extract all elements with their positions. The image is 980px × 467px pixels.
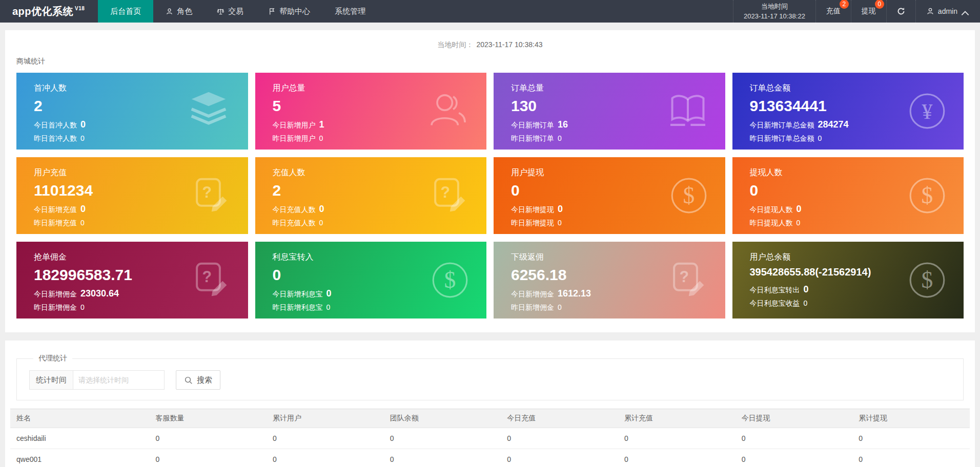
card-today-label: 今日新增订单总金额 [750, 121, 814, 130]
card-today-value: 0 [558, 204, 563, 215]
header-row: 姓名客服数量累计用户团队余额今日充值累计充值今日提现累计提现 [10, 409, 970, 428]
card-yesterday-value: 0 [558, 134, 562, 142]
nav-item-4[interactable]: 帮助中心 [256, 0, 322, 23]
card-today-value: 0 [319, 204, 324, 215]
stat-card-6: 充值人数2今日充值人数0昨日充值人数0? [255, 157, 487, 234]
refresh-icon [897, 7, 905, 15]
card-today-line: 今日新增订单16 [511, 119, 725, 130]
card-value: 5 [273, 97, 487, 115]
admin-menu[interactable]: admin [915, 0, 980, 23]
card-body: 利息宝转入0今日新增利息宝0昨日新增利息宝0 [255, 242, 487, 312]
card-today-line: 今日充值人数0 [273, 204, 487, 215]
card-yesterday-line: 昨日提现人数0 [750, 219, 964, 228]
column-header-1: 姓名 [10, 409, 149, 428]
card-yesterday-line: 昨日充值人数0 [273, 219, 487, 228]
nav-item-label: 后台首页 [110, 7, 141, 16]
refresh-button[interactable] [886, 0, 915, 23]
card-today-value: 0 [80, 119, 86, 130]
agent-value-cell: 0 [501, 449, 618, 467]
agent-fieldset: 代理统计 统计时间 搜索 [16, 354, 964, 400]
card-yesterday-label: 昨日新增佣金 [511, 303, 554, 312]
card-yesterday-label: 昨日新增充值 [34, 219, 77, 228]
card-today-label: 今日新增佣金 [34, 290, 77, 299]
card-value: 395428655.88(-21562914) [750, 266, 964, 278]
card-value: 0 [750, 182, 964, 200]
agent-value-cell: 0 [736, 449, 853, 467]
card-value: 6256.18 [511, 266, 725, 284]
card-today-label: 今日新增用户 [273, 121, 316, 130]
card-today-value: 284274 [818, 119, 849, 130]
card-body: 用户总余额395428655.88(-21562914)今日利息宝转出0今日利息… [732, 242, 964, 308]
card-today-line: 今日新增提现0 [511, 204, 725, 215]
card-value: 913634441 [750, 97, 964, 115]
card-today-label: 今日新增充值 [34, 205, 77, 215]
stat-card-7: 用户提现0今日新增提现0昨日新增提现0$ [494, 157, 725, 234]
app-logo: app优化系统 V18 [0, 0, 98, 23]
search-button-label: 搜索 [197, 375, 212, 385]
card-today-value: 16 [558, 119, 568, 130]
stat-time-input[interactable] [73, 370, 165, 390]
stat-card-9: 抢单佣金182996583.71今日新增佣金23030.64昨日新增佣金0? [16, 242, 248, 319]
table-row-1: ceshidaili0000000 [10, 428, 970, 449]
agent-value-cell: 0 [501, 428, 618, 449]
column-header-3: 累计用户 [267, 409, 384, 428]
page-time-label: 当地时间： [438, 40, 474, 49]
card-today-line: 今日新增充值0 [34, 204, 248, 215]
agent-value-cell: 0 [149, 449, 267, 467]
card-today-label: 今日提现人数 [750, 205, 793, 215]
card-yesterday-value: 0 [80, 219, 85, 227]
agent-stats-panel: 代理统计 统计时间 搜索 姓名客服数量累计用户团队余额今日充值累计充值今日提现累… [5, 341, 975, 467]
card-yesterday-line: 昨日新增订单0 [511, 134, 725, 143]
card-title: 订单总量 [511, 83, 725, 94]
search-button[interactable]: 搜索 [176, 370, 220, 390]
agent-table-body: ceshidaili0000000qwe0010000000 [10, 428, 970, 467]
card-yesterday-line: 昨日新增订单总金额0 [750, 134, 964, 143]
app-title: app优化系统 [12, 5, 73, 18]
card-today-line: 今日利息宝转出0 [750, 284, 964, 295]
nav-item-2[interactable]: 角色 [153, 0, 205, 23]
card-title: 抢单佣金 [34, 252, 248, 263]
section-title: 商城统计 [16, 57, 964, 66]
shop-stats-panel: 当地时间：2023-11-17 10:38:43 商城统计 首冲人数2今日首冲人… [5, 30, 975, 332]
card-yesterday-line: 昨日新增佣金0 [511, 303, 725, 312]
withdraw-label: 提现 [862, 7, 876, 15]
card-value: 0 [511, 182, 725, 200]
stat-card-8: 提现人数0今日提现人数0昨日提现人数0$ [732, 157, 964, 234]
column-header-8: 累计提现 [852, 409, 970, 428]
card-yesterday-label: 昨日新增订单总金额 [750, 134, 814, 143]
agent-legend: 代理统计 [33, 354, 72, 363]
card-body: 下级返佣6256.18今日新增佣金1612.13昨日新增佣金0 [494, 242, 725, 312]
column-header-4: 团队余额 [384, 409, 501, 428]
agent-value-cell: 0 [852, 449, 970, 467]
recharge-nav-item[interactable]: 充值 2 [815, 0, 851, 23]
search-icon [184, 376, 193, 385]
agent-value-cell: 0 [149, 428, 267, 449]
nav-item-1[interactable]: 后台首页 [98, 0, 153, 23]
card-body: 订单总金额913634441今日新增订单总金额284274昨日新增订单总金额0 [732, 73, 964, 143]
card-body: 用户提现0今日新增提现0昨日新增提现0 [494, 157, 725, 228]
card-today-value: 0 [797, 204, 802, 215]
agent-value-cell: 0 [267, 449, 384, 467]
card-today-value: 1 [319, 119, 324, 130]
user-icon [166, 8, 173, 15]
card-yesterday-label: 昨日新增佣金 [34, 303, 77, 312]
nav-item-label: 系统管理 [335, 7, 365, 16]
card-yesterday-line: 昨日新增佣金0 [34, 303, 248, 312]
card-today-label: 今日充值人数 [273, 205, 316, 215]
card-yesterday-value: 0 [319, 219, 323, 227]
nav-item-3[interactable]: 交易 [205, 0, 256, 23]
card-today-label: 今日新增订单 [511, 121, 554, 130]
card-today-line: 今日新增利息宝0 [273, 288, 487, 299]
card-yesterday-label: 昨日新增提现 [511, 219, 554, 228]
card-today-value: 0 [326, 288, 332, 299]
withdraw-nav-item[interactable]: 提现 0 [851, 0, 886, 23]
card-yesterday-value: 0 [558, 303, 562, 311]
column-header-7: 今日提现 [736, 409, 853, 428]
stat-card-11: 下级返佣6256.18今日新增佣金1612.13昨日新增佣金0? [494, 242, 725, 319]
card-today-line: 今日首冲人数0 [34, 119, 248, 130]
column-header-5: 今日充值 [501, 409, 618, 428]
card-value: 1101234 [34, 182, 248, 200]
agent-value-cell: 0 [618, 449, 736, 467]
nav-item-5[interactable]: 系统管理 [322, 0, 378, 23]
card-yesterday-line: 今日利息宝收益0 [750, 299, 964, 308]
